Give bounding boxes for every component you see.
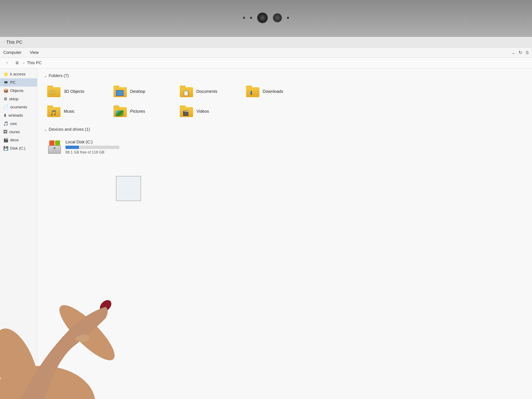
3dobjects-icon: 📦 <box>3 88 8 93</box>
drive-icon-localc <box>48 140 61 154</box>
sidebar-item-thispc[interactable]: 💻 PC <box>0 78 37 87</box>
folder-name-videos: Videos <box>196 109 209 114</box>
drive-bar-used <box>65 146 79 149</box>
sidebar-label-pictures: ctures <box>9 130 20 134</box>
drives-grid: Local Disk (C:) 88.1 GB free of 118 GB <box>44 137 525 158</box>
sidebar-label-music: usic <box>10 121 17 126</box>
folder-item-3dobjects[interactable]: ⬡ 3D Objects <box>44 83 110 100</box>
camera-lens-secondary <box>273 13 282 22</box>
folders-chevron: ⌄ <box>44 74 47 78</box>
dropdown-arrow[interactable]: ⌄ <box>512 50 515 55</box>
camera-area <box>243 13 289 23</box>
content-area: ⌄ Folders (7) ⬡ 3D Objects <box>37 68 532 399</box>
window-title: This PC <box>6 40 22 45</box>
drive-free-space: 88.1 GB free of 118 GB <box>65 150 119 155</box>
music-overlay-icon: 🎵 <box>50 110 57 116</box>
folder-item-music[interactable]: 🎵 Music <box>44 103 110 120</box>
search-icon[interactable]: S <box>526 50 529 55</box>
sidebar-label-3dobjects: Objects <box>10 89 23 93</box>
folder-item-downloads[interactable]: ⬇ Downloads <box>243 83 309 100</box>
folders-grid: ⬡ 3D Objects Desktop <box>44 83 525 120</box>
up-button[interactable]: ↑ <box>3 59 11 67</box>
folder-item-videos[interactable]: 🎬 Videos <box>177 103 243 120</box>
desktop-nav-icon[interactable]: 🖥 <box>13 59 21 67</box>
devices-chevron: ⌄ <box>44 127 47 132</box>
sidebar-item-videos[interactable]: 🎬 deos <box>0 136 37 144</box>
folder-icon-pictures <box>114 105 127 117</box>
localc-icon: 💾 <box>3 146 8 151</box>
sidebar-label-downloads: wnloads <box>8 113 23 118</box>
drive-info-localc: Local Disk (C:) 88.1 GB free of 118 GB <box>65 140 119 155</box>
camera-dot-right <box>287 17 289 19</box>
folder-icon-videos: 🎬 <box>180 105 193 117</box>
menu-computer[interactable]: Computer <box>3 50 22 55</box>
sidebar-item-pictures[interactable]: 🖼 ctures <box>0 128 37 136</box>
drive-bar-container <box>65 146 119 149</box>
videos-overlay-icon: 🎬 <box>182 110 189 116</box>
sidebar-item-quickaccess[interactable]: ⭐ k access <box>0 70 37 78</box>
folder-item-desktop[interactable]: Desktop <box>110 83 177 100</box>
camera-lens-main <box>257 13 268 23</box>
sidebar-item-documents[interactable]: 📄 ocuments <box>0 103 37 111</box>
camera-dot-center <box>250 17 252 19</box>
videos-icon: 🎬 <box>3 138 8 143</box>
desktop-icon: 🖥 <box>3 96 7 101</box>
music-icon: 🎵 <box>3 121 8 126</box>
quickaccess-icon: ⭐ <box>3 72 8 77</box>
sidebar-item-downloads[interactable]: ⬇ wnloads <box>0 111 37 120</box>
folder-item-documents[interactable]: 📋 Documents <box>177 83 243 100</box>
address-path[interactable]: This PC <box>27 61 42 65</box>
downloads-overlay-icon: ⬇ <box>249 90 253 96</box>
folder-item-pictures[interactable]: Pictures <box>110 103 177 120</box>
sidebar-item-3dobjects[interactable]: 📦 Objects <box>0 87 37 95</box>
title-bar: - This PC <box>0 37 532 48</box>
sidebar-label-documents: ocuments <box>10 105 27 109</box>
drive-item-localc[interactable]: Local Disk (C:) 88.1 GB free of 118 GB <box>44 137 143 158</box>
sidebar-label-quickaccess: k access <box>10 72 25 76</box>
thispc-icon: 💻 <box>3 80 8 85</box>
pictures-icon: 🖼 <box>3 129 7 134</box>
folder-icon-3dobjects: ⬡ <box>47 86 61 97</box>
desktop-overlay <box>116 90 123 96</box>
docs-overlay-icon: 📋 <box>183 90 189 96</box>
camera-dot-left <box>243 17 245 19</box>
menu-bar: Computer View ⌄ ↻ S <box>0 48 532 57</box>
sidebar-item-desktop[interactable]: 🖥 sktop <box>0 95 37 103</box>
main-area: ⭐ k access 💻 PC 📦 Objects 🖥 sktop 📄 ocum… <box>0 68 532 399</box>
3d-overlay-icon: ⬡ <box>50 89 55 96</box>
folder-name-pictures: Pictures <box>130 109 145 114</box>
documents-icon: 📄 <box>3 105 8 110</box>
laptop-bezel <box>0 0 532 37</box>
sidebar-item-music[interactable]: 🎵 usic <box>0 120 37 128</box>
selection-rectangle <box>116 176 141 201</box>
drive-name-localc: Local Disk (C:) <box>65 140 119 144</box>
sidebar-label-thispc: PC <box>10 80 16 85</box>
title-arrow: - <box>3 40 5 44</box>
folder-icon-music: 🎵 <box>47 105 61 117</box>
sidebar-label-desktop: sktop <box>9 97 19 101</box>
folder-name-3dobjects: 3D Objects <box>64 89 84 94</box>
explorer-window: - This PC Computer View ⌄ ↻ S ↑ 🖥 › This… <box>0 37 532 399</box>
sidebar-label-localc: Disk (C:) <box>10 146 25 151</box>
refresh-icon[interactable]: ↻ <box>519 50 522 55</box>
menu-view[interactable]: View <box>30 50 39 55</box>
folders-section-label: Folders (7) <box>49 73 69 78</box>
folder-icon-downloads: ⬇ <box>246 86 259 97</box>
sidebar-label-videos: deos <box>10 138 19 142</box>
folder-name-downloads: Downloads <box>263 89 283 94</box>
sidebar-item-localc[interactable]: 💾 Disk (C:) <box>0 144 37 152</box>
path-separator: › <box>23 61 25 65</box>
folder-icon-desktop <box>114 86 127 97</box>
address-bar: ↑ 🖥 › This PC <box>0 57 532 68</box>
folder-icon-documents: 📋 <box>180 86 193 97</box>
folder-name-documents: Documents <box>196 89 217 94</box>
path-this-pc[interactable]: This PC <box>27 61 42 65</box>
sidebar: ⭐ k access 💻 PC 📦 Objects 🖥 sktop 📄 ocum… <box>0 68 37 399</box>
folder-name-music: Music <box>64 109 75 114</box>
devices-section-label: Devices and drives (1) <box>49 127 90 132</box>
folder-name-desktop: Desktop <box>130 89 145 94</box>
devices-section-header[interactable]: ⌄ Devices and drives (1) <box>44 127 525 132</box>
folders-section-header[interactable]: ⌄ Folders (7) <box>44 73 525 78</box>
downloads-icon: ⬇ <box>3 113 7 118</box>
pictures-overlay <box>116 110 123 116</box>
